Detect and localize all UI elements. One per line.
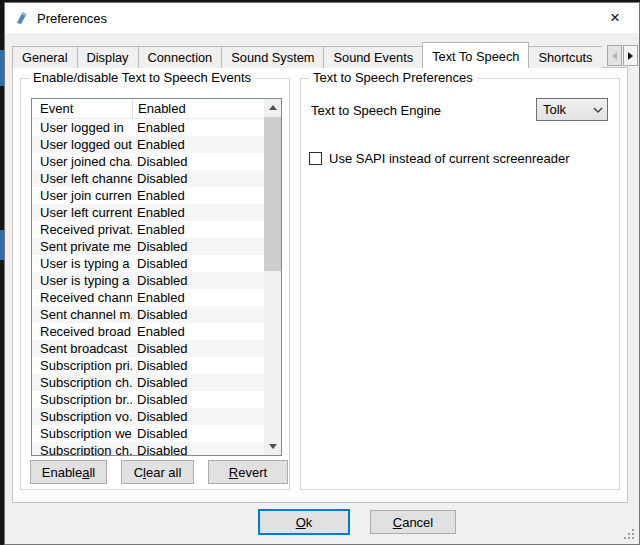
scroll-down-button[interactable]: [264, 438, 281, 455]
sapi-checkbox[interactable]: [309, 152, 322, 165]
tts-preferences-groupbox: Text to Speech Preferences Text to Speec…: [300, 78, 620, 490]
event-name-cell: User left current...: [32, 204, 132, 221]
engine-label: Text to Speech Engine: [311, 103, 441, 118]
event-name-cell: Subscription we...: [32, 425, 132, 442]
tab-scroll-left-button: [607, 45, 622, 66]
event-row[interactable]: User is typing a ...Disabled: [32, 255, 264, 272]
events-groupbox: Enable/disable Text to Speech Events Eve…: [20, 78, 290, 490]
event-row[interactable]: Sent private me...Disabled: [32, 238, 264, 255]
events-group-title: Enable/disable Text to Speech Events: [29, 70, 255, 85]
events-table[interactable]: Event Enabled User logged inEnabledUser …: [31, 98, 282, 456]
event-state-cell: Disabled: [132, 391, 264, 408]
event-row[interactable]: User left channelDisabled: [32, 170, 264, 187]
scroll-up-button[interactable]: [264, 99, 281, 116]
event-name-cell: User join curren...: [32, 187, 132, 204]
event-row[interactable]: User joined cha...Disabled: [32, 153, 264, 170]
cancel-button[interactable]: Cancel: [370, 510, 456, 534]
tab-bar: GeneralDisplayConnectionSound SystemSoun…: [12, 40, 602, 68]
close-button[interactable]: ×: [597, 3, 633, 33]
event-name-cell: User joined cha...: [32, 153, 132, 170]
table-rows: User logged inEnabledUser logged outEnab…: [32, 119, 264, 455]
event-state-cell: Disabled: [132, 170, 264, 187]
tab-text-to-speech[interactable]: Text To Speech: [422, 42, 529, 68]
engine-selected-value: Tolk: [537, 102, 589, 117]
revert-button[interactable]: Revert: [208, 460, 288, 484]
column-header-enabled[interactable]: Enabled: [132, 99, 264, 118]
enable-all-button[interactable]: Enable all: [30, 460, 107, 484]
tab-shortcuts[interactable]: Shortcuts: [528, 46, 602, 68]
left-arrow-icon: [612, 52, 617, 60]
event-row[interactable]: Subscription pri...Disabled: [32, 357, 264, 374]
engine-combobox[interactable]: Tolk: [536, 98, 608, 121]
event-state-cell: Disabled: [132, 442, 264, 455]
table-header[interactable]: Event Enabled: [32, 99, 264, 119]
down-arrow-icon: [269, 444, 277, 449]
event-row[interactable]: Sent broadcast ...Disabled: [32, 340, 264, 357]
clear-all-button[interactable]: Clear all: [121, 460, 194, 484]
tab-video[interactable]: Video: [602, 46, 603, 68]
tab-connection[interactable]: Connection: [138, 46, 223, 68]
titlebar: Preferences ×: [5, 3, 639, 33]
event-name-cell: Sent channel m...: [32, 306, 132, 323]
event-row[interactable]: User is typing a ...Disabled: [32, 272, 264, 289]
event-row[interactable]: Received chann...Enabled: [32, 289, 264, 306]
event-state-cell: Enabled: [132, 323, 264, 340]
app-icon: [14, 10, 30, 26]
event-name-cell: Subscription br...: [32, 391, 132, 408]
event-state-cell: Enabled: [132, 204, 264, 221]
ok-button[interactable]: Ok: [258, 509, 350, 535]
chevron-down-icon: [589, 107, 607, 113]
event-name-cell: User is typing a ...: [32, 272, 132, 289]
event-state-cell: Disabled: [132, 255, 264, 272]
column-header-event[interactable]: Event: [32, 99, 132, 118]
vertical-scrollbar[interactable]: [264, 99, 281, 455]
event-row[interactable]: User left current...Enabled: [32, 204, 264, 221]
event-state-cell: Disabled: [132, 238, 264, 255]
event-name-cell: Received privat...: [32, 221, 132, 238]
event-name-cell: User is typing a ...: [32, 255, 132, 272]
event-row[interactable]: Subscription br...Disabled: [32, 391, 264, 408]
event-name-cell: Subscription ch...: [32, 442, 132, 455]
event-row[interactable]: Received privat...Enabled: [32, 221, 264, 238]
event-name-cell: Subscription ch...: [32, 374, 132, 391]
event-state-cell: Enabled: [132, 136, 264, 153]
event-state-cell: Disabled: [132, 374, 264, 391]
event-state-cell: Disabled: [132, 272, 264, 289]
preferences-dialog: Preferences × GeneralDisplayConnectionSo…: [4, 2, 640, 545]
tab-general[interactable]: General: [12, 46, 78, 68]
event-row[interactable]: User logged inEnabled: [32, 119, 264, 136]
right-arrow-icon: [628, 52, 633, 60]
event-name-cell: User left channel: [32, 170, 132, 187]
event-state-cell: Enabled: [132, 221, 264, 238]
event-state-cell: Disabled: [132, 340, 264, 357]
tab-sound-events[interactable]: Sound Events: [323, 46, 423, 68]
event-row[interactable]: Sent channel m...Disabled: [32, 306, 264, 323]
event-row[interactable]: Subscription ch...Disabled: [32, 442, 264, 455]
scrollbar-thumb[interactable]: [264, 117, 281, 271]
up-arrow-icon: [269, 105, 277, 110]
event-name-cell: User logged in: [32, 119, 132, 136]
sapi-checkbox-label[interactable]: Use SAPI instead of current screenreader: [329, 151, 570, 166]
event-row[interactable]: Received broad...Enabled: [32, 323, 264, 340]
sapi-checkbox-row[interactable]: Use SAPI instead of current screenreader: [309, 151, 570, 166]
event-row[interactable]: Subscription vo...Disabled: [32, 408, 264, 425]
event-state-cell: Enabled: [132, 187, 264, 204]
event-row[interactable]: User logged outEnabled: [32, 136, 264, 153]
event-name-cell: Sent broadcast ...: [32, 340, 132, 357]
tts-group-title: Text to Speech Preferences: [309, 70, 477, 85]
event-name-cell: Sent private me...: [32, 238, 132, 255]
event-state-cell: Disabled: [132, 425, 264, 442]
event-name-cell: User logged out: [32, 136, 132, 153]
event-state-cell: Disabled: [132, 408, 264, 425]
event-state-cell: Disabled: [132, 357, 264, 374]
event-row[interactable]: Subscription ch...Disabled: [32, 374, 264, 391]
event-row[interactable]: User join curren...Enabled: [32, 187, 264, 204]
tab-scroll-right-button[interactable]: [623, 45, 638, 66]
event-state-cell: Enabled: [132, 119, 264, 136]
resize-grip-icon[interactable]: [624, 529, 636, 541]
event-state-cell: Enabled: [132, 289, 264, 306]
event-row[interactable]: Subscription we...Disabled: [32, 425, 264, 442]
tab-display[interactable]: Display: [77, 46, 139, 68]
event-name-cell: Subscription vo...: [32, 408, 132, 425]
tab-sound-system[interactable]: Sound System: [221, 46, 324, 68]
